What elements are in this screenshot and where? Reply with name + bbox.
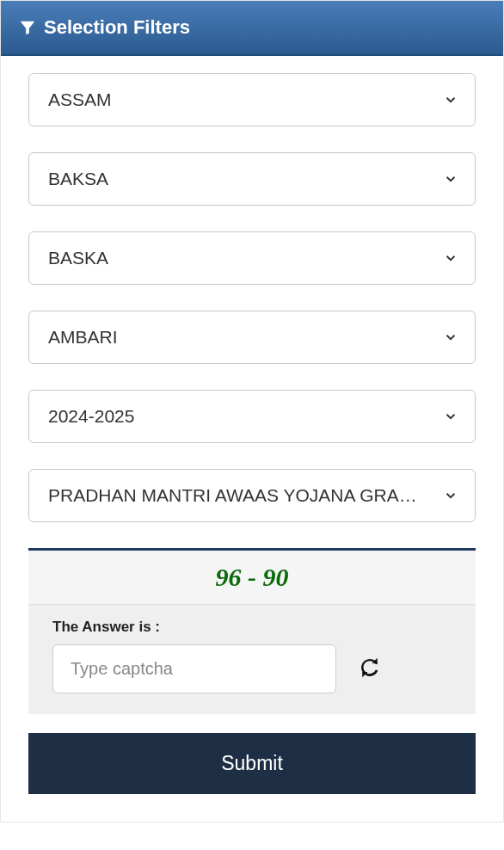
state-select[interactable]: ASSAM (28, 73, 476, 126)
panel-body: ASSAM BAKSA BASKA AMBARI 2024-2025 (1, 56, 503, 822)
filter-icon (18, 18, 37, 37)
panchayat-select-value: AMBARI (28, 311, 476, 364)
refresh-icon (357, 655, 383, 681)
state-select-value: ASSAM (28, 73, 476, 126)
captcha-label: The Answer is : (52, 619, 452, 636)
district-select[interactable]: BAKSA (28, 152, 476, 206)
captcha-block: 96 - 90 The Answer is : (28, 548, 476, 714)
district-select-value: BAKSA (28, 152, 476, 206)
block-select-value: BASKA (28, 231, 476, 285)
captcha-input-area: The Answer is : (28, 605, 476, 714)
block-select[interactable]: BASKA (28, 231, 476, 285)
year-select[interactable]: 2024-2025 (28, 390, 476, 443)
captcha-challenge: 96 - 90 (28, 551, 476, 605)
scheme-select[interactable]: PRADHAN MANTRI AWAAS YOJANA GRAMIN (28, 469, 476, 522)
filter-panel: Selection Filters ASSAM BAKSA BASKA AMBA… (0, 0, 504, 822)
scheme-select-value: PRADHAN MANTRI AWAAS YOJANA GRAMIN (28, 469, 476, 522)
refresh-captcha-button[interactable] (353, 651, 386, 687)
captcha-input[interactable] (52, 644, 336, 693)
submit-button[interactable]: Submit (28, 733, 476, 794)
captcha-row (52, 644, 452, 693)
year-select-value: 2024-2025 (28, 390, 476, 443)
panel-header: Selection Filters (1, 1, 503, 56)
panchayat-select[interactable]: AMBARI (28, 311, 476, 364)
panel-title: Selection Filters (44, 16, 190, 39)
